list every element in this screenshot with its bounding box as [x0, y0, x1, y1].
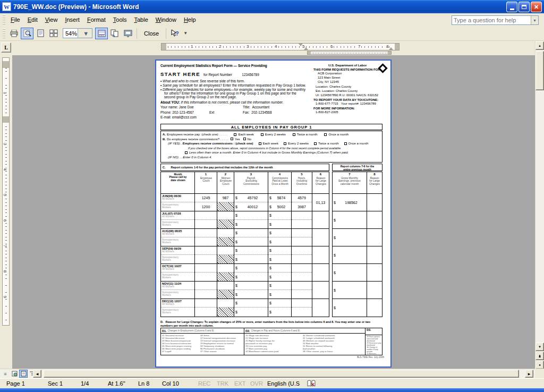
menu-item[interactable]: Edit — [24, 15, 41, 24]
normal-view-button[interactable]: ≡ — [1, 370, 10, 378]
menu-item[interactable]: Table — [130, 15, 151, 24]
c-left-header: C.Report columns 1-6 for the pay period … — [160, 164, 329, 171]
section-ab: A.Employees receive pay: (check one) . .… — [160, 131, 382, 163]
phone-row: Phone: 202-123-4567 Ext Fax: 202-1234568 — [160, 110, 308, 114]
hours-ns: 3987 — [292, 202, 312, 211]
menu-item[interactable]: Window — [152, 15, 180, 24]
ruler-bar: L 1 2 3 4 5 6 7 8 — [0, 41, 535, 55]
women-count-all — [217, 211, 234, 220]
toolbar-grip[interactable] — [3, 15, 5, 24]
scroll-left-button[interactable]: ◀ — [33, 370, 41, 378]
employee-count-ns — [195, 290, 217, 299]
zoom-select[interactable]: 54% ▼ — [63, 28, 92, 38]
vertical-scroll-thumb[interactable] — [536, 51, 544, 90]
select-browse-object-button[interactable]: ● — [536, 361, 544, 369]
tab-stop-selector[interactable]: L — [1, 42, 11, 53]
employee-count-all: 1245 — [195, 194, 217, 202]
menu-item[interactable]: File — [7, 15, 24, 24]
your-name-value: Jane Doe — [179, 105, 194, 109]
context-help-button[interactable]: ? — [168, 28, 181, 39]
checkbox — [344, 142, 347, 145]
d1-list-a: 01 Seasonal increase 02 Seasonal decreas… — [162, 334, 199, 353]
menu-item[interactable]: View — [41, 15, 62, 24]
magnifier-button[interactable] — [21, 28, 33, 39]
hanging-indent-marker[interactable] — [304, 47, 308, 50]
hours-ns — [292, 237, 312, 246]
help-search-input[interactable] — [452, 16, 531, 24]
word-window: W 790E_WW.doc (Preview) - Microsoft Word… — [0, 0, 544, 392]
table-month-row: SEP(09) 09/29All Workers Nonsupervisory … — [161, 246, 329, 264]
hours-all: 4579 — [292, 194, 312, 202]
view-ruler-button[interactable] — [95, 28, 108, 39]
status-rec[interactable]: REC — [198, 380, 210, 387]
checkbox — [243, 138, 246, 140]
document-page[interactable]: Current Employment Statistics Report For… — [155, 59, 392, 368]
menu-item[interactable]: Insert — [61, 15, 83, 24]
previous-page-button[interactable]: ▲▲ — [536, 352, 544, 360]
fax-value: 202-1234568 — [251, 110, 271, 114]
print-button[interactable] — [7, 28, 20, 39]
employee-count-all — [195, 282, 217, 290]
hatched-cell — [217, 272, 234, 281]
first-line-indent-marker[interactable] — [299, 44, 303, 46]
menu-item[interactable]: Help — [180, 15, 200, 24]
right-indent-marker[interactable] — [389, 47, 393, 50]
hours-all — [292, 264, 312, 272]
full-screen-button[interactable] — [122, 28, 134, 39]
vertical-ruler[interactable]: 1 3 4 5 6 7 8 9 — [2, 57, 10, 326]
help-search-box[interactable]: ▼ — [452, 15, 539, 25]
print-layout-view-button[interactable] — [19, 370, 28, 378]
toolbar-separator — [137, 28, 137, 39]
shrink-to-fit-button[interactable] — [108, 28, 121, 39]
table-month-row: NOV(11) 11/24All Workers Nonsupervisory … — [161, 282, 329, 299]
table-column-ruler[interactable] — [307, 51, 392, 55]
title-bar[interactable]: W 790E_WW.doc (Preview) - Microsoft Word… — [0, 0, 544, 13]
hatched-cell — [217, 255, 234, 263]
toolbar-grip[interactable] — [3, 29, 5, 38]
horizontal-ruler[interactable]: 1 2 3 4 5 6 7 8 — [161, 43, 400, 50]
d3-list: 28 Stock options exercised and distribut… — [367, 336, 382, 355]
svg-text:✕: ✕ — [311, 382, 315, 387]
hours-all — [292, 211, 312, 220]
form-bullet: • Different pay schedules for some emplo… — [160, 88, 308, 99]
menu-item[interactable]: Tools — [109, 15, 131, 24]
minimize-button[interactable] — [506, 2, 517, 12]
status-ovr[interactable]: OVR — [250, 380, 263, 387]
vertical-scrollbar[interactable]: ▲ ▼ ▲▲ ● ▼▼ — [535, 41, 544, 378]
close-window-button[interactable]: ✕ — [531, 2, 542, 12]
table-month-row: AUG(08) 08/25All Workers Nonsupervisory … — [161, 229, 329, 246]
checkbox — [261, 133, 264, 136]
status-trk[interactable]: TRK — [217, 380, 228, 387]
close-preview-button[interactable]: Close — [139, 28, 164, 39]
scroll-right-button[interactable]: ▶ — [525, 370, 533, 378]
commissions-all: 5874 — [271, 196, 291, 200]
horizontal-scroll-thumb[interactable] — [44, 370, 519, 378]
one-page-button[interactable] — [34, 28, 47, 39]
spellcheck-book-icon[interactable]: ✕ — [307, 380, 316, 387]
chevron-down-icon[interactable]: ▼ — [78, 29, 92, 38]
d2-box: D2.Changes in Pay and Hours (Columns 6 a… — [244, 328, 366, 355]
month-label: AUG(08) 08/25 — [161, 229, 194, 233]
status-ext[interactable]: EXT — [234, 380, 245, 387]
reason-code-8 — [367, 264, 382, 282]
scroll-down-button[interactable]: ▼ — [536, 343, 544, 351]
web-layout-view-button[interactable] — [10, 370, 19, 378]
employee-count-ns — [195, 272, 217, 281]
reason-code — [312, 229, 329, 246]
status-line: Ln 8 — [138, 380, 149, 387]
email-value: email@zzz.com — [172, 115, 197, 119]
restore-button[interactable] — [518, 2, 530, 12]
multiple-pages-button[interactable] — [47, 28, 60, 39]
form-title: Current Employment Statistics Report For… — [160, 64, 308, 67]
toolbar-options-chevron[interactable]: ▼ — [182, 31, 189, 36]
employment-table-right: 7Gross Monthly Earnings, previous calend… — [332, 172, 382, 317]
status-column: Col 10 — [162, 380, 179, 387]
horizontal-scrollbar[interactable]: ≡ ◀ ▶ — [0, 369, 535, 378]
employee-count-all — [195, 264, 217, 272]
menu-item[interactable]: Format — [83, 15, 109, 24]
scroll-up-button[interactable]: ▲ — [536, 41, 544, 50]
chevron-down-icon[interactable]: ▼ — [531, 16, 538, 24]
print-layout-icon — [21, 371, 27, 377]
month-label: JUN(06) 06/30 — [161, 194, 194, 198]
hours-ns — [292, 255, 312, 263]
